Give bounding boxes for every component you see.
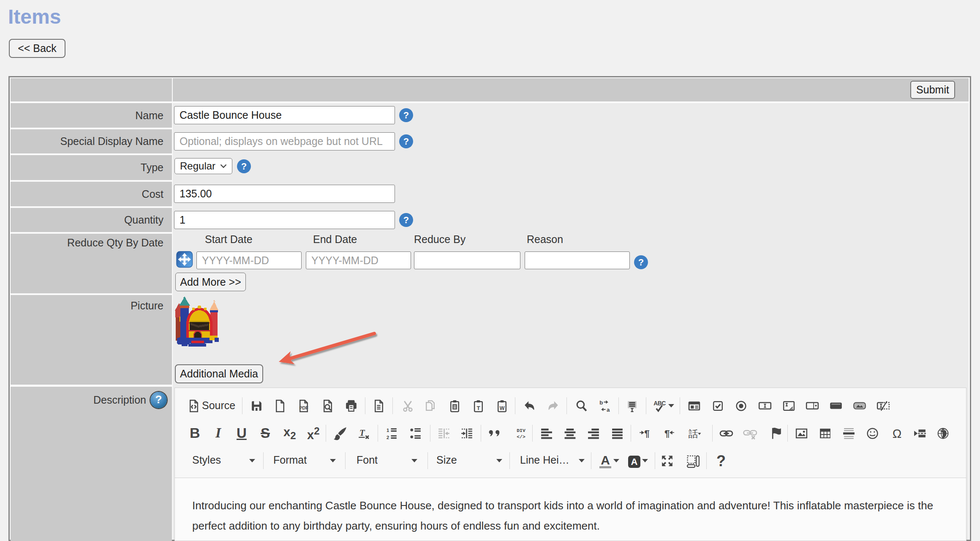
svg-text:¶: ¶	[664, 428, 670, 439]
svg-text:ABC: ABC	[653, 400, 666, 407]
svg-text:</>: </>	[517, 434, 525, 440]
svg-text:W: W	[500, 405, 505, 411]
svg-text:2: 2	[387, 435, 389, 440]
svg-text:¶: ¶	[644, 428, 650, 439]
svg-text:1: 1	[387, 428, 389, 433]
svg-text:DIV: DIV	[517, 428, 525, 433]
svg-text:a: a	[607, 407, 610, 413]
svg-text:T: T	[359, 428, 365, 437]
svg-text:PDF: PDF	[299, 405, 308, 410]
svg-text:T: T	[476, 405, 480, 411]
svg-text:話: 話	[689, 428, 698, 439]
svg-text:Ω: Ω	[893, 427, 902, 440]
svg-text:b: b	[599, 399, 603, 406]
